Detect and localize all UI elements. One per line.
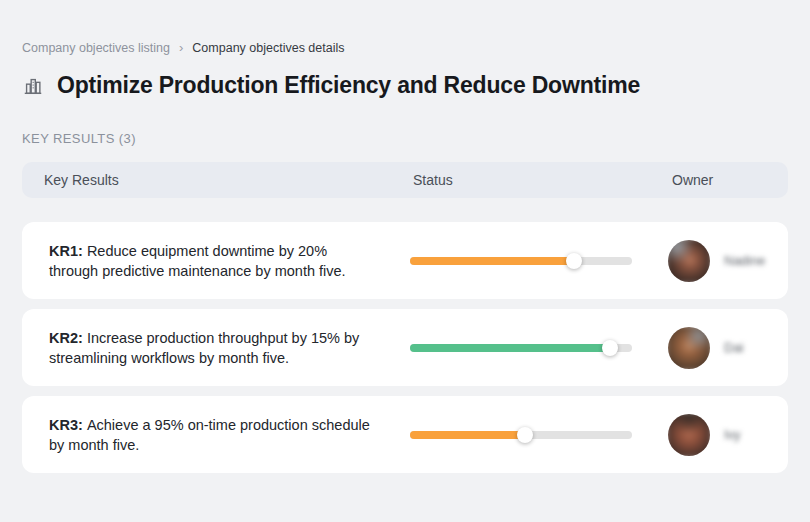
avatar (668, 414, 710, 456)
kr-description: KR1: Reduce equipment downtime by 20% th… (22, 241, 408, 281)
avatar (668, 240, 710, 282)
kr-description-text: Reduce equipment downtime by 20% through… (49, 243, 346, 279)
kr-description: KR3: Achieve a 95% on-time production sc… (22, 415, 408, 455)
kr-label: KR2: (49, 330, 87, 346)
column-header-owner: Owner (650, 172, 788, 188)
slider-knob[interactable] (517, 427, 533, 443)
owner-cell: Ivy (650, 414, 788, 456)
status-cell (408, 253, 650, 269)
avatar (668, 327, 710, 369)
owner-name: Nadine (724, 253, 765, 268)
kr-description-text: Increase production throughput by 15% by… (49, 330, 359, 366)
status-cell (408, 427, 650, 443)
kr-description: KR2: Increase production throughput by 1… (22, 328, 408, 368)
kr-label: KR3: (49, 417, 87, 433)
table-row-kr1: KR1: Reduce equipment downtime by 20% th… (22, 222, 788, 299)
kr-description-text: Achieve a 95% on-time production schedul… (49, 417, 370, 453)
breadcrumb: Company objectives listing › Company obj… (22, 0, 788, 55)
table-row-kr3: KR3: Achieve a 95% on-time production sc… (22, 396, 788, 473)
progress-fill (410, 344, 610, 352)
buildings-icon (22, 75, 44, 97)
progress-slider[interactable] (410, 427, 632, 443)
owner-cell: Nadine (650, 240, 788, 282)
page-title: Optimize Production Efficiency and Reduc… (57, 72, 640, 99)
owner-name: Dai (724, 340, 744, 355)
owner-name: Ivy (724, 427, 741, 442)
objective-details-page: Company objectives listing › Company obj… (0, 0, 810, 473)
progress-fill (410, 257, 574, 265)
progress-slider[interactable] (410, 253, 632, 269)
slider-knob[interactable] (602, 340, 618, 356)
key-results-list: KR1: Reduce equipment downtime by 20% th… (22, 222, 788, 473)
column-header-key-results: Key Results (22, 172, 408, 188)
page-title-row: Optimize Production Efficiency and Reduc… (22, 72, 788, 99)
key-results-count-label: KEY RESULTS (3) (22, 131, 788, 146)
breadcrumb-objectives-details: Company objectives details (192, 41, 344, 55)
progress-fill (410, 431, 525, 439)
breadcrumb-objectives-listing[interactable]: Company objectives listing (22, 41, 170, 55)
status-cell (408, 340, 650, 356)
table-header: Key Results Status Owner (22, 162, 788, 198)
column-header-status: Status (408, 172, 650, 188)
kr-label: KR1: (49, 243, 87, 259)
progress-slider[interactable] (410, 340, 632, 356)
slider-knob[interactable] (566, 253, 582, 269)
chevron-right-icon: › (179, 40, 183, 55)
owner-cell: Dai (650, 327, 788, 369)
table-row-kr2: KR2: Increase production throughput by 1… (22, 309, 788, 386)
